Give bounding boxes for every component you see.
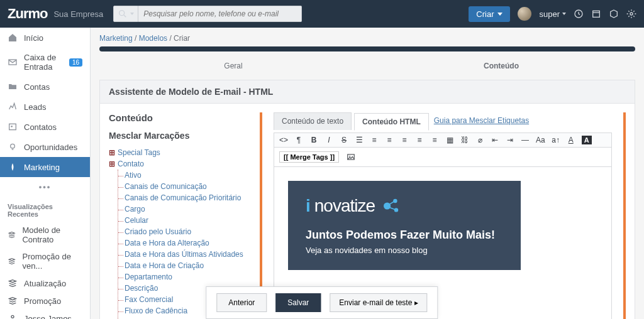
main-content: Marketing / Modelos / Criar Geral Conteú… (91, 28, 644, 319)
chevron-down-icon (130, 13, 134, 15)
unlink-icon[interactable]: ⌀ (475, 136, 484, 144)
stack-icon (8, 230, 16, 240)
brand-logo[interactable]: Zurmo Sua Empresa (8, 6, 103, 22)
sidebar-more[interactable]: ••• (0, 177, 90, 197)
cube-icon[interactable] (609, 9, 619, 19)
align-right-icon[interactable]: ≡ (415, 136, 424, 144)
hero-sub: Veja as novidades em nosso blog (306, 246, 503, 255)
indent-in-icon[interactable]: ⇥ (506, 136, 514, 144)
tree-leaf[interactable]: Cargo (118, 203, 251, 215)
bg-color-icon[interactable]: A (582, 136, 592, 144)
contacts-icon (8, 122, 18, 132)
svg-line-1 (124, 15, 126, 17)
font-size-icon[interactable]: Aa (536, 136, 545, 144)
svg-rect-7 (9, 124, 16, 129)
search-icon (118, 9, 128, 19)
font-color-icon[interactable]: A (567, 136, 575, 144)
inbox-badge: 16 (69, 58, 82, 67)
hero-logo-text: novatize (314, 196, 375, 216)
align-center-icon[interactable]: ≡ (400, 136, 409, 144)
company-name: Sua Empresa (53, 9, 103, 19)
superscript-icon[interactable]: a↑ (552, 136, 560, 144)
editor-toolbar: <> ¶ B I S ☰ ≡ ≡ ≡ ≡ ≡ ▦ ⛓ (274, 133, 611, 148)
strike-button[interactable]: S (340, 136, 348, 144)
align-left-icon[interactable]: ≡ (385, 136, 394, 144)
tree-leaf[interactable]: Canais de Comunicação Prioritário (118, 192, 251, 203)
step-geral[interactable]: Geral (99, 57, 367, 75)
link-icon[interactable]: ⛓ (460, 136, 469, 144)
gear-icon[interactable] (626, 9, 636, 19)
tree-leaf[interactable]: Data e Hora de Criação (118, 260, 251, 271)
svg-point-8 (11, 126, 13, 127)
hr-icon[interactable]: — (521, 136, 530, 144)
merge-tags-button[interactable]: [[ Merge Tags ]] (279, 151, 339, 163)
image-icon[interactable] (347, 153, 355, 161)
svg-line-20 (390, 207, 395, 209)
email-hero: inovatize Juntos Podemos Fazer Muito Mai… (288, 181, 521, 270)
prev-button[interactable]: Anterior (216, 293, 267, 312)
sidebar-item-inicio[interactable]: Início (0, 28, 90, 48)
person-icon (8, 313, 18, 319)
tree-leaf[interactable]: Criado pelo Usuário (118, 226, 251, 237)
recent-item[interactable]: Promoção (0, 292, 90, 310)
tree-leaf[interactable]: Ativo (118, 170, 251, 181)
marketing-icon (8, 162, 18, 172)
paragraph-icon[interactable]: ¶ (294, 136, 303, 144)
tree-special-tags[interactable]: ⊞Special Tags (109, 147, 251, 158)
recent-item[interactable]: Modelo de Contrato (0, 222, 90, 248)
wizard-footer: Anterior Salvar Enviar e-mail de teste ▸ (206, 286, 438, 319)
svg-point-0 (119, 11, 125, 16)
tab-conteudo-html[interactable]: Conteúdo HTML (354, 113, 429, 131)
calendar-icon[interactable] (591, 9, 601, 19)
stack-icon (8, 296, 18, 306)
recent-item[interactable]: Atualização (0, 274, 90, 292)
recent-item[interactable]: Promoção de ven... (0, 248, 90, 274)
bulb-icon (8, 142, 18, 152)
code-icon[interactable]: <> (279, 136, 288, 144)
list-ol-icon[interactable]: ≡ (370, 136, 379, 144)
plus-icon: ⊞ (109, 148, 115, 157)
sidebar: Início Caixa de Entrada16 Contas Leads C… (0, 28, 91, 319)
breadcrumb-marketing[interactable]: Marketing (99, 34, 133, 43)
create-button[interactable]: Criar (469, 6, 510, 22)
svg-point-17 (393, 199, 397, 203)
hero-logo-i: i (306, 196, 311, 216)
sidebar-item-leads[interactable]: Leads (0, 97, 90, 117)
table-icon[interactable]: ▦ (445, 136, 454, 144)
avatar[interactable] (518, 7, 531, 21)
tab-conteudo-texto[interactable]: Conteúdo de texto (274, 112, 352, 130)
bold-button[interactable]: B (309, 136, 318, 144)
indent-out-icon[interactable]: ⇤ (491, 136, 499, 144)
search-scope-dropdown[interactable] (113, 6, 138, 22)
list-ul-icon[interactable]: ☰ (355, 136, 364, 144)
italic-button[interactable]: I (325, 136, 333, 144)
sidebar-item-contatos[interactable]: Contatos (0, 117, 90, 137)
tree-leaf[interactable]: Canais de Comunicação (118, 181, 251, 192)
svg-point-18 (394, 208, 398, 212)
breadcrumb: Marketing / Modelos / Criar (99, 34, 635, 43)
search-input[interactable] (138, 6, 302, 22)
tree-leaf[interactable]: Data e Hora das Últimas Atividades (118, 249, 251, 260)
brand-name: Zurmo (8, 6, 47, 22)
save-button[interactable]: Salvar (275, 293, 321, 312)
align-justify-icon[interactable]: ≡ (430, 136, 439, 144)
send-test-button[interactable]: Enviar e-mail de teste ▸ (330, 293, 427, 312)
recent-item[interactable]: Jesse James (0, 310, 90, 319)
tree-leaf[interactable]: Data e Hora da Alteração (118, 237, 251, 249)
tree-leaf[interactable]: Departamento (118, 271, 251, 283)
user-menu[interactable]: super (539, 9, 566, 19)
tree-contato[interactable]: ⊞Contato (109, 158, 251, 170)
sidebar-item-oportunidades[interactable]: Oportunidades (0, 137, 90, 157)
svg-point-9 (11, 144, 15, 148)
leads-icon (8, 102, 18, 112)
sidebar-item-contas[interactable]: Contas (0, 77, 90, 97)
breadcrumb-modelos[interactable]: Modelos (139, 34, 167, 43)
tab-guia-mesclar[interactable]: Guia para Mesclar Etiquetas (431, 112, 531, 130)
tree-leaf[interactable]: Celular (118, 215, 251, 226)
svg-point-15 (349, 156, 350, 157)
sidebar-item-marketing[interactable]: Marketing (0, 157, 90, 177)
stack-icon (8, 256, 16, 266)
sidebar-item-inbox[interactable]: Caixa de Entrada16 (0, 48, 90, 77)
clock-icon[interactable] (574, 9, 584, 19)
step-conteudo[interactable]: Conteúdo (367, 57, 635, 75)
